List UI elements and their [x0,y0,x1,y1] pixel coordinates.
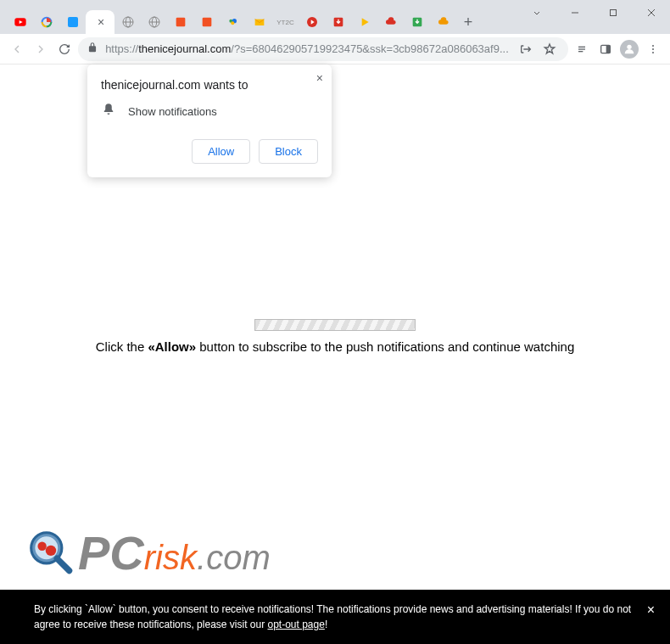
youtube-icon [14,15,27,29]
tab-active[interactable]: × [86,10,114,34]
prompt-title: thenicejournal.com wants to [101,78,318,92]
page-main: Click the «Allow» button to subscribe to… [0,319,670,354]
cloud-icon [226,15,240,29]
tab-globe[interactable] [114,10,141,34]
tab-youtube[interactable] [7,10,33,34]
svg-point-29 [652,48,654,50]
block-button[interactable]: Block [259,139,318,164]
avatar-icon [620,40,639,59]
menu-button[interactable] [643,37,663,61]
magnifier-icon [25,527,78,580]
reload-button[interactable] [54,37,75,61]
tab-app-blue[interactable] [59,10,86,34]
reading-list-button[interactable] [572,37,592,61]
logo-pc: PC [78,525,144,580]
loader-bar [254,319,416,331]
play-icon [305,15,319,29]
back-button[interactable] [7,37,27,61]
notification-permission-prompt: × thenicejournal.com wants to Show notif… [87,64,332,177]
svg-point-28 [652,45,654,47]
prompt-close-button[interactable]: × [316,71,323,85]
bell-icon [101,102,116,120]
globe-icon [148,15,161,29]
svg-point-30 [652,52,654,53]
tab-orange1[interactable] [167,10,193,34]
tab-down-green[interactable] [404,10,430,34]
tab-cloud-orange[interactable] [430,10,456,34]
globe-icon [121,15,135,29]
tab-close-icon[interactable]: × [98,15,104,29]
tab-google[interactable] [33,10,59,34]
window-maximize[interactable] [594,0,632,25]
play-icon [358,15,371,29]
side-panel-button[interactable] [595,37,616,61]
svg-point-27 [627,44,631,48]
svg-line-35 [57,558,69,570]
app-icon [200,15,214,29]
tab-mail[interactable] [246,10,272,34]
window-dropdown[interactable] [517,0,556,25]
download-icon [410,15,424,29]
browser-toolbar: https://thenicejournal.com/?s=6804629057… [0,34,670,64]
star-icon[interactable] [543,42,556,56]
share-icon[interactable] [519,42,533,56]
forward-button [31,37,51,61]
svg-rect-9 [176,18,185,27]
tab-orange2[interactable] [193,10,220,34]
google-icon [40,15,53,29]
new-tab-button[interactable]: + [456,10,480,34]
url-text: https://thenicejournal.com/?s=6804629057… [105,42,509,55]
svg-point-34 [46,545,56,555]
download-icon [332,15,345,29]
tab-down-red[interactable] [325,10,351,34]
svg-rect-2 [68,17,78,27]
logo-dotcom: .com [197,539,271,577]
svg-rect-26 [606,45,610,53]
titlebar: × YT2C + [0,0,670,34]
window-minimize[interactable] [556,0,594,25]
watermark-logo: PCrisk.com [25,525,271,580]
tab-play-red[interactable] [299,10,325,34]
page-content: × thenicejournal.com wants to Show notif… [0,64,670,644]
tab-yt2c[interactable]: YT2C [272,10,299,34]
logo-risk: risk [144,539,197,577]
lock-icon [87,42,98,56]
cloud-icon [437,15,450,29]
tab-cloud[interactable] [220,10,246,34]
app-icon [174,15,187,29]
address-bar[interactable]: https://thenicejournal.com/?s=6804629057… [78,37,568,61]
consent-bar: × By clicking `Allow` button, you consen… [0,590,670,644]
app-icon [66,15,80,29]
mail-icon [253,15,266,29]
tab-globe2[interactable] [141,10,167,34]
prompt-text: Show notifications [128,105,217,118]
consent-text-end: ! [325,619,327,630]
cloud-icon [384,15,398,29]
profile-button[interactable] [619,37,639,61]
tab-strip: × YT2C + [7,0,480,34]
svg-point-33 [37,541,46,550]
svg-rect-10 [202,18,211,27]
instruction-text: Click the «Allow» button to subscribe to… [0,339,670,354]
consent-close-button[interactable]: × [647,600,655,620]
tab-play-yellow[interactable] [351,10,377,34]
svg-point-13 [231,21,234,25]
svg-rect-19 [610,10,616,16]
window-close[interactable] [632,0,670,25]
tab-cloud-red[interactable] [377,10,404,34]
allow-button[interactable]: Allow [192,139,250,164]
opt-out-link[interactable]: opt-out page [267,619,324,630]
window-controls [517,0,670,25]
consent-text: By clicking `Allow` button, you consent … [34,603,631,630]
text-icon: YT2C [276,19,293,26]
